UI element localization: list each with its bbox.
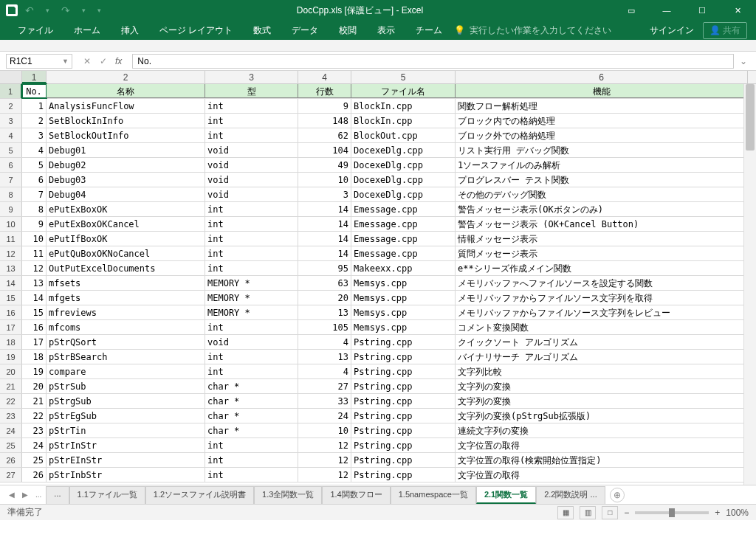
row-header[interactable]: 13	[0, 261, 22, 275]
cell[interactable]: Pstring.cpp	[351, 350, 456, 364]
cell[interactable]: int	[205, 438, 298, 452]
cell[interactable]: DocexeDlg.cpp	[351, 173, 456, 187]
cell[interactable]: Pstring.cpp	[351, 409, 456, 423]
cell[interactable]: pStrBSearch	[47, 350, 205, 364]
cell[interactable]: MEMORY *	[205, 305, 298, 319]
cell[interactable]: pStrSub	[47, 379, 205, 393]
cell[interactable]: 1ソースファイルのみ解析	[456, 158, 748, 172]
cell[interactable]: Pstring.cpp	[351, 379, 456, 393]
cell[interactable]: 7	[22, 187, 47, 201]
cell[interactable]: 27	[298, 379, 351, 393]
cell[interactable]: 情報メッセージ表示	[456, 232, 748, 246]
cell[interactable]: Pstring.cpp	[351, 335, 456, 349]
cell[interactable]: Pstring.cpp	[351, 364, 456, 378]
cell[interactable]: 13	[298, 350, 351, 364]
sheet-tab[interactable]: 1.5namespace一覧	[391, 486, 476, 504]
formula-expand-icon[interactable]: ⌄	[737, 56, 750, 66]
cell[interactable]: Pstring.cpp	[351, 423, 456, 437]
cell[interactable]: pStrInbStr	[47, 468, 205, 482]
row-header[interactable]: 10	[0, 217, 22, 231]
row-header[interactable]: 5	[0, 143, 22, 157]
cell[interactable]: Memsys.cpp	[351, 305, 456, 319]
row-header[interactable]: 27	[0, 468, 22, 482]
cell[interactable]: pStrEInStr	[47, 453, 205, 467]
fx-icon[interactable]: fx	[112, 56, 125, 66]
cell[interactable]: その他のデバッグ関数	[456, 187, 748, 201]
cell[interactable]: char *	[205, 379, 298, 393]
sheet-tab[interactable]: 2.2関数説明 ...	[536, 486, 605, 504]
cell[interactable]: ePutQuBoxOKNoCancel	[47, 246, 205, 260]
cell[interactable]: BlockIn.cpp	[351, 99, 456, 113]
cell[interactable]: char *	[205, 394, 298, 408]
cell[interactable]: int	[205, 350, 298, 364]
tab-home[interactable]: ホーム	[65, 21, 109, 40]
cell[interactable]: char *	[205, 423, 298, 437]
cell[interactable]: Emessage.cpp	[351, 217, 456, 231]
zoom-level[interactable]: 100%	[726, 508, 749, 518]
cell[interactable]: DocexeDlg.cpp	[351, 158, 456, 172]
cell[interactable]: 文字位置の取得(検索開始位置指定)	[456, 453, 748, 467]
cell[interactable]: 警告メッセージ表示 (OK+Cancel Button)	[456, 217, 748, 231]
cell[interactable]: 49	[298, 158, 351, 172]
cell[interactable]: int	[205, 217, 298, 231]
cell[interactable]: int	[205, 202, 298, 216]
cell[interactable]: pStrEgSub	[47, 409, 205, 423]
cell[interactable]: 3	[298, 187, 351, 201]
redo-button[interactable]: ↷	[57, 4, 75, 16]
tab-team[interactable]: チーム	[407, 21, 451, 40]
cell[interactable]: 文字列の変換(pStrgSub拡張版)	[456, 409, 748, 423]
cell[interactable]: 10	[22, 232, 47, 246]
name-box[interactable]: R1C1 ▼	[6, 54, 72, 69]
tab-nav-more[interactable]: ...	[32, 491, 44, 499]
tab-insert[interactable]: 挿入	[112, 21, 148, 40]
cell[interactable]: 4	[22, 143, 47, 157]
cell[interactable]: AnalysisFuncFlow	[47, 99, 205, 113]
undo-button[interactable]: ↶	[21, 4, 38, 16]
cell[interactable]: 20	[22, 379, 47, 393]
cell[interactable]: 10	[298, 423, 351, 437]
cell[interactable]: クイックソート アルゴリズム	[456, 335, 748, 349]
cell[interactable]: mfgets	[47, 291, 205, 305]
tab-nav-prev[interactable]: ◀	[6, 491, 18, 499]
cell[interactable]: ePutExBoxOK	[47, 202, 205, 216]
cell[interactable]: 10	[298, 173, 351, 187]
enter-formula-button[interactable]: ✓	[96, 54, 111, 69]
cell[interactable]: BlockIn.cpp	[351, 114, 456, 128]
cell[interactable]: int	[205, 320, 298, 334]
view-layout-button[interactable]: ▥	[580, 506, 596, 519]
cell[interactable]: 95	[298, 261, 351, 275]
row-header[interactable]: 20	[0, 364, 22, 378]
tab-nav-next[interactable]: ▶	[19, 491, 31, 499]
cell[interactable]: 13	[298, 305, 351, 319]
maximize-button[interactable]: ☐	[685, 0, 719, 21]
cell[interactable]: 型	[205, 84, 298, 98]
cell[interactable]: プログレスバー テスト関数	[456, 173, 748, 187]
cell[interactable]: void	[205, 335, 298, 349]
cell[interactable]: 22	[22, 409, 47, 423]
cell[interactable]: 26	[22, 468, 47, 482]
cell[interactable]: int	[205, 468, 298, 482]
cell[interactable]: 62	[298, 128, 351, 142]
row-header[interactable]: 8	[0, 187, 22, 201]
sheet-tab[interactable]: 1.4関数フロー	[322, 486, 390, 504]
row-header[interactable]: 16	[0, 305, 22, 319]
zoom-out-button[interactable]: −	[624, 508, 629, 518]
cell[interactable]: int	[205, 232, 298, 246]
row-header[interactable]: 7	[0, 173, 22, 187]
cell[interactable]: 5	[22, 158, 47, 172]
cell[interactable]: Memsys.cpp	[351, 291, 456, 305]
row-header[interactable]: 25	[0, 438, 22, 452]
cell[interactable]: Emessage.cpp	[351, 232, 456, 246]
tell-me-input[interactable]: 実行したい作業を入力してください	[470, 24, 611, 37]
select-all-corner[interactable]	[0, 71, 22, 83]
cell[interactable]: 23	[22, 423, 47, 437]
cell[interactable]: メモリバッファからファイルソース文字列を取得	[456, 291, 748, 305]
row-header[interactable]: 26	[0, 453, 22, 467]
cell[interactable]: void	[205, 187, 298, 201]
cell[interactable]: 14	[298, 202, 351, 216]
share-button[interactable]: 👤 共有	[703, 22, 747, 39]
col-header-6[interactable]: 6	[456, 71, 748, 83]
scrollbar-thumb[interactable]	[746, 84, 755, 151]
row-header[interactable]: 14	[0, 276, 22, 290]
cell[interactable]: 104	[298, 143, 351, 157]
